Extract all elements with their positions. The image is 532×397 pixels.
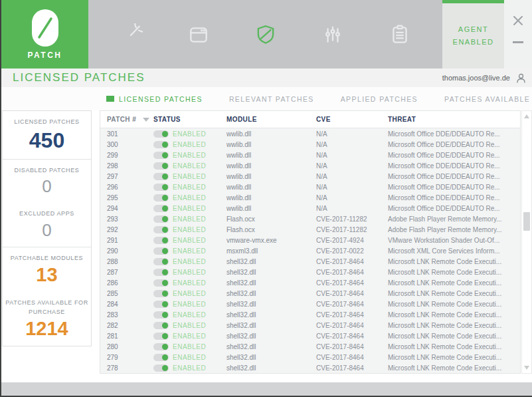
table-row[interactable]: 291 ENABLED vmware-vmx.exe CVE-2017-4924… [100, 235, 520, 245]
enabled-toggle[interactable] [153, 215, 169, 223]
close-icon[interactable] [512, 15, 524, 27]
threat-cell: Microsoft Office DDE/DDEAUTO Re... [388, 173, 520, 180]
enabled-toggle[interactable] [153, 343, 169, 350]
account-area[interactable]: thomas.joos@live.de [442, 72, 532, 84]
enabled-toggle[interactable] [153, 332, 169, 340]
column-module[interactable]: MODULE [226, 116, 316, 123]
gauge-icon[interactable] [120, 23, 143, 47]
module-cell: wwlib.dll [226, 141, 316, 148]
table-row[interactable]: 295 ENABLED wwlib.dll N/A Microsoft Offi… [100, 192, 520, 203]
threat-cell: Microsoft LNK Remote Code Executi... [388, 301, 520, 308]
minimize-icon[interactable] [513, 41, 523, 43]
enabled-toggle[interactable] [153, 269, 169, 276]
table-row[interactable]: 294 ENABLED wwlib.dll N/A Microsoft Offi… [100, 203, 520, 213]
browser-window-icon[interactable] [187, 23, 211, 47]
status-label: ENABLED [173, 226, 206, 233]
patch-number-cell: 279 [107, 354, 153, 361]
cve-cell: CVE-2017-8464 [316, 322, 388, 329]
threat-cell: Microsoft Office DDE/DDEAUTO Re... [388, 184, 520, 191]
tab-relevant-patches[interactable]: RELEVANT PATCHES [229, 95, 314, 103]
tab-applied-patches[interactable]: APPLIED PATCHES [341, 95, 418, 103]
enabled-toggle[interactable] [153, 290, 169, 297]
table-scrollbar[interactable] [521, 110, 532, 374]
table-row[interactable]: 286 ENABLED shell32.dll CVE-2017-8464 Mi… [100, 277, 520, 288]
stat-patches-available-for-purchase: PATCHES AVAILABLE FOR PURCHASE 1214 [3, 292, 91, 346]
column-cve[interactable]: CVE [316, 116, 388, 123]
table-row[interactable]: 280 ENABLED shell32.dll CVE-2017-8464 Mi… [100, 341, 520, 352]
tab-licensed-patches[interactable]: LICENSED PATCHES [106, 95, 203, 103]
enabled-toggle[interactable] [153, 226, 169, 233]
table-row[interactable]: 301 ENABLED wwlib.dll N/A Microsoft Offi… [100, 128, 520, 139]
module-cell: msxml3.dll [226, 247, 316, 255]
footer-bar [1, 382, 532, 396]
table-row[interactable]: 296 ENABLED wwlib.dll N/A Microsoft Offi… [100, 182, 520, 192]
enabled-toggle[interactable] [153, 279, 169, 287]
table-row[interactable]: 292 ENABLED Flash.ocx CVE-2017-11282 Ado… [100, 224, 520, 235]
patch-number-cell: 295 [107, 194, 153, 201]
status-label: ENABLED [173, 152, 206, 159]
cve-cell: CVE-2017-0022 [316, 247, 388, 255]
enabled-toggle[interactable] [153, 194, 169, 201]
enabled-toggle[interactable] [153, 258, 169, 265]
table-row[interactable]: 281 ENABLED shell32.dll CVE-2017-8464 Mi… [100, 331, 520, 341]
table-row[interactable]: 283 ENABLED shell32.dll CVE-2017-8464 Mi… [100, 309, 520, 320]
tab-label: LICENSED PATCHES [119, 95, 203, 103]
enabled-toggle[interactable] [153, 247, 169, 255]
cve-cell: CVE-2017-8464 [316, 343, 388, 350]
status-label: ENABLED [173, 141, 206, 148]
table-row[interactable]: 298 ENABLED wwlib.dll N/A Microsoft Offi… [100, 160, 520, 171]
clipboard-icon[interactable] [388, 23, 412, 47]
status-label: ENABLED [173, 322, 206, 329]
table-row[interactable]: 287 ENABLED shell32.dll CVE-2017-8464 Mi… [100, 267, 520, 277]
stat-patchable-modules: PATCHABLE MODULES 13 [3, 247, 91, 293]
agent-enabled-toggle[interactable]: AGENT ENABLED [442, 0, 504, 68]
table-row[interactable]: 290 ENABLED msxml3.dll CVE-2017-0022 Mic… [100, 245, 520, 256]
table-row[interactable]: 297 ENABLED wwlib.dll N/A Microsoft Offi… [100, 171, 520, 182]
sort-desc-icon[interactable] [143, 118, 149, 122]
sliders-icon[interactable] [321, 23, 345, 47]
cve-cell: N/A [316, 173, 388, 180]
stat-value: 450 [5, 128, 88, 153]
enabled-toggle[interactable] [153, 141, 169, 148]
scrollbar-thumb[interactable] [523, 212, 530, 231]
enabled-toggle[interactable] [153, 311, 169, 319]
table-row[interactable]: 300 ENABLED wwlib.dll N/A Microsoft Offi… [100, 139, 520, 150]
table-row[interactable]: 282 ENABLED shell32.dll CVE-2017-8464 Mi… [100, 320, 520, 331]
status-label: ENABLED [173, 332, 206, 340]
toolbar-icon-strip [88, 0, 442, 68]
patch-tab[interactable]: PATCH [1, 0, 88, 68]
module-cell: shell32.dll [226, 301, 316, 308]
table-row[interactable]: 285 ENABLED shell32.dll CVE-2017-8464 Mi… [100, 288, 520, 299]
status-cell: ENABLED [153, 130, 226, 138]
enabled-toggle[interactable] [153, 173, 169, 180]
table-row[interactable]: 288 ENABLED shell32.dll CVE-2017-8464 Mi… [100, 256, 520, 267]
table-row[interactable]: 279 ENABLED shell32.dll CVE-2017-8464 Mi… [100, 352, 520, 362]
enabled-toggle[interactable] [153, 205, 169, 212]
enabled-toggle[interactable] [153, 364, 169, 372]
column-status[interactable]: STATUS [153, 116, 226, 123]
enabled-toggle[interactable] [153, 237, 169, 244]
cve-cell: N/A [316, 162, 388, 170]
table-row[interactable]: 299 ENABLED wwlib.dll N/A Microsoft Offi… [100, 150, 520, 160]
enabled-toggle[interactable] [153, 322, 169, 329]
scroll-down-icon[interactable] [524, 366, 529, 370]
table-row[interactable]: 293 ENABLED Flash.ocx CVE-2017-11282 Ado… [100, 213, 520, 224]
cve-cell: N/A [316, 141, 388, 148]
threat-cell: Microsoft LNK Remote Code Executi... [388, 269, 520, 276]
enabled-toggle[interactable] [153, 130, 169, 138]
tab-patches-available-for-purchase[interactable]: PATCHES AVAILABLE FOR PURCHASE [444, 95, 532, 103]
enabled-toggle[interactable] [153, 162, 169, 170]
status-label: ENABLED [173, 247, 206, 255]
table-row[interactable]: 284 ENABLED shell32.dll CVE-2017-8464 Mi… [100, 299, 520, 309]
enabled-toggle[interactable] [153, 184, 169, 191]
enabled-toggle[interactable] [153, 152, 169, 159]
enabled-toggle[interactable] [153, 354, 169, 361]
column-patch-number[interactable]: PATCH # [107, 116, 153, 123]
enabled-toggle[interactable] [153, 301, 169, 308]
status-label: ENABLED [173, 173, 206, 180]
column-threat[interactable]: THREAT [388, 116, 520, 123]
module-cell: shell32.dll [226, 322, 316, 329]
table-row[interactable]: 278 ENABLED shell32.dll CVE-2017-8464 Mi… [100, 362, 520, 373]
shield-patch-icon[interactable] [254, 23, 278, 47]
scroll-up-icon[interactable] [524, 114, 529, 118]
